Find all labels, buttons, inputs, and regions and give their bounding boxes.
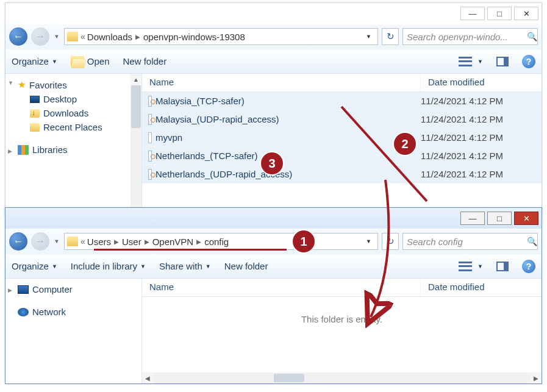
column-date[interactable]: Date modified [421, 74, 542, 91]
file-row[interactable]: Netherlands_(TCP-safer)11/24/2021 4:12 P… [142, 147, 542, 165]
titlebar[interactable]: — □ ✕ [5, 208, 542, 229]
search-icon: 🔍 [527, 32, 537, 41]
path-dropdown-icon[interactable]: ▼ [362, 238, 375, 244]
text-file-icon [148, 132, 152, 143]
view-icon [459, 262, 472, 271]
column-headers[interactable]: Name Date modified [142, 279, 542, 297]
file-list-pane: Name Date modified This folder is empty.… [142, 279, 542, 383]
scroll-left-icon[interactable]: ◀ [142, 372, 153, 383]
breadcrumb-seg-user[interactable]: User [122, 237, 141, 247]
ovpn-file-icon [148, 169, 152, 180]
refresh-button[interactable]: ↻ [382, 233, 399, 250]
share-with-menu[interactable]: Share with ▼ [159, 261, 211, 271]
refresh-button[interactable]: ↻ [382, 28, 399, 45]
sidebar-libraries[interactable]: ▶Libraries [18, 143, 141, 157]
column-headers[interactable]: Name Date modified [142, 74, 542, 92]
scroll-up-icon[interactable]: ▲ [130, 74, 141, 85]
sidebar-downloads[interactable]: Downloads [18, 106, 141, 120]
view-icon [459, 57, 472, 66]
explorer-window-downloads: — □ ✕ ← → ▼ « Downloads ▶ openvpn-window… [5, 2, 542, 216]
sidebar-scrollbar[interactable]: ▲ ▼ [130, 74, 141, 215]
search-input[interactable] [407, 237, 523, 247]
close-button[interactable]: ✕ [514, 212, 538, 225]
search-input[interactable] [407, 32, 523, 42]
path-overflow-icon[interactable]: « [80, 237, 87, 246]
sidebar: ▼★Favorites Desktop Downloads Recent Pla… [5, 74, 142, 215]
file-row[interactable]: myvpn11/24/2021 4:12 PM [142, 129, 542, 147]
maximize-button[interactable]: □ [487, 7, 512, 20]
breadcrumb[interactable]: « Downloads ▶ openvpn-windows-19308 ▼ [64, 28, 378, 45]
path-dropdown-icon[interactable]: ▼ [362, 34, 375, 40]
nav-history-dropdown[interactable]: ▼ [53, 235, 60, 248]
path-overflow-icon[interactable]: « [80, 32, 87, 41]
address-bar: ← → ▼ « Downloads ▶ openvpn-windows-1930… [5, 24, 542, 49]
minimize-button[interactable]: — [460, 212, 485, 225]
folder-icon [67, 237, 78, 246]
include-in-library-menu[interactable]: Include in library ▼ [71, 261, 146, 271]
column-name[interactable]: Name [142, 279, 421, 296]
help-button[interactable]: ? [522, 260, 535, 273]
search-box[interactable]: 🔍 [402, 233, 538, 250]
breadcrumb-seg-downloads[interactable]: Downloads [87, 32, 132, 42]
view-menu[interactable]: ▼ [459, 262, 483, 271]
sidebar-desktop[interactable]: Desktop [18, 92, 141, 106]
ovpn-file-icon [148, 114, 152, 125]
sidebar-network[interactable]: Network [18, 305, 141, 319]
minimize-button[interactable]: — [460, 7, 485, 20]
open-button[interactable]: Open [71, 56, 110, 67]
file-row[interactable]: Malaysia_(UDP-rapid_access)11/24/2021 4:… [142, 110, 542, 129]
help-icon: ? [522, 260, 535, 273]
titlebar[interactable]: — □ ✕ [5, 3, 542, 24]
forward-button[interactable]: → [31, 232, 49, 251]
ovpn-file-icon [148, 96, 152, 107]
new-folder-button[interactable]: New folder [123, 56, 167, 66]
new-folder-button[interactable]: New folder [224, 261, 268, 271]
back-button[interactable]: ← [9, 232, 27, 251]
help-button[interactable]: ? [522, 55, 535, 68]
annotation-badge-3: 3 [261, 152, 283, 174]
chevron-right-icon[interactable]: ▶ [193, 238, 204, 245]
ovpn-file-icon [148, 151, 152, 162]
toolbar: Organize ▼ Include in library ▼ Share wi… [5, 254, 542, 279]
chevron-right-icon[interactable]: ▶ [132, 34, 143, 40]
column-name[interactable]: Name [142, 74, 421, 91]
chevron-right-icon[interactable]: ▶ [111, 238, 122, 245]
nav-history-dropdown[interactable]: ▼ [53, 30, 60, 43]
search-box[interactable]: 🔍 [402, 28, 538, 45]
horizontal-scrollbar[interactable]: ◀ ▶ [142, 372, 542, 383]
view-menu[interactable]: ▼ [459, 57, 483, 66]
preview-pane-button[interactable] [496, 57, 509, 66]
sidebar-recent-places[interactable]: Recent Places [18, 120, 141, 134]
recent-icon [30, 123, 40, 132]
breadcrumb-seg-config[interactable]: config [204, 237, 229, 247]
breadcrumb-seg-folder[interactable]: openvpn-windows-19308 [143, 32, 245, 42]
annotation-badge-2: 2 [394, 133, 416, 155]
breadcrumb-seg-users[interactable]: Users [87, 237, 111, 247]
organize-menu[interactable]: Organize ▼ [12, 261, 57, 271]
column-date[interactable]: Date modified [421, 279, 542, 296]
preview-pane-button[interactable] [496, 262, 509, 271]
search-icon: 🔍 [527, 237, 537, 246]
breadcrumb[interactable]: « Users ▶ User ▶ OpenVPN ▶ config ▼ [64, 233, 378, 250]
scroll-right-icon[interactable]: ▶ [531, 372, 542, 383]
sidebar: ▶Computer Network [5, 279, 142, 383]
forward-button[interactable]: → [31, 27, 49, 46]
computer-icon [18, 285, 29, 294]
back-button[interactable]: ← [9, 27, 27, 46]
help-icon: ? [522, 55, 535, 68]
scroll-thumb[interactable] [131, 85, 141, 128]
maximize-button[interactable]: □ [487, 212, 512, 225]
annotation-badge-1: 1 [293, 230, 315, 252]
breadcrumb-seg-openvpn[interactable]: OpenVPN [152, 237, 194, 247]
toolbar: Organize ▼ Open New folder ▼ ? [5, 49, 542, 74]
close-button[interactable]: ✕ [514, 7, 538, 20]
sidebar-computer[interactable]: ▶Computer [18, 282, 141, 296]
scroll-thumb[interactable] [274, 374, 304, 382]
downloads-icon [30, 109, 40, 118]
file-row[interactable]: Malaysia_(TCP-safer)11/24/2021 4:12 PM [142, 92, 542, 110]
chevron-right-icon[interactable]: ▶ [141, 238, 152, 245]
sidebar-favorites[interactable]: ▼★Favorites [18, 77, 141, 92]
preview-pane-icon [496, 262, 509, 271]
organize-menu[interactable]: Organize ▼ [12, 56, 57, 66]
file-row[interactable]: Netherlands_(UDP-rapid_access)11/24/2021… [142, 165, 542, 184]
